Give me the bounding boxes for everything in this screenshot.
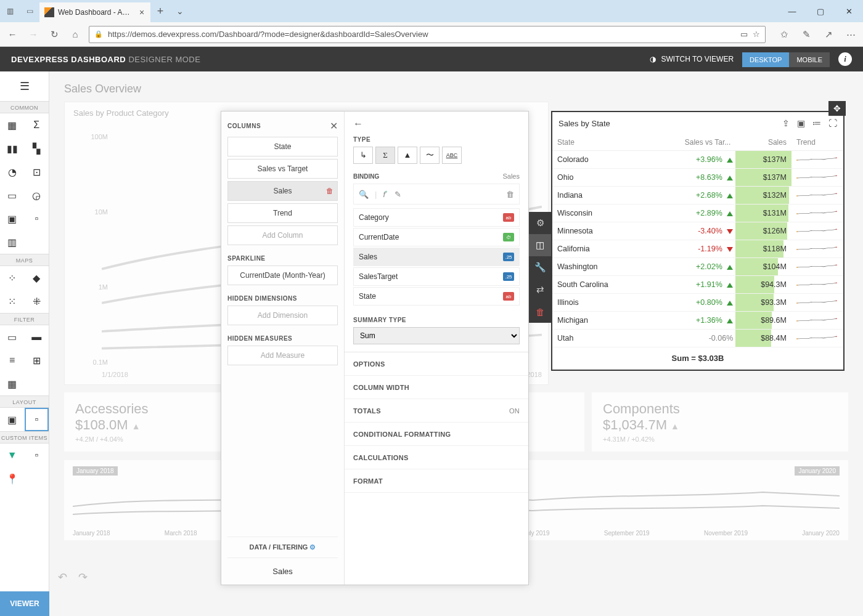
grid-header[interactable]: State <box>552 134 648 151</box>
list-filter-icon[interactable]: ≡ <box>0 349 25 372</box>
favorites-icon[interactable]: ✩ <box>777 27 791 42</box>
data-filtering-button[interactable]: DATA / FILTERING ⚙ <box>227 537 338 557</box>
settings-icon[interactable]: ⚙ <box>529 212 551 234</box>
accordion-item[interactable]: CONDITIONAL FORMATTING <box>345 423 528 446</box>
field-item[interactable]: Sales.25 <box>353 248 520 266</box>
bubble-map-icon[interactable]: ⁙ <box>0 290 25 313</box>
platform-toggle[interactable]: DESKTOPMOBILE <box>742 55 830 64</box>
accordion-item[interactable]: TOTALSON <box>345 399 528 423</box>
tree-filter-icon[interactable]: ⊞ <box>25 349 49 372</box>
pie-map-icon[interactable]: ⁜ <box>25 290 49 313</box>
favorite-icon[interactable]: ☆ <box>753 30 760 39</box>
nav-back-icon[interactable]: ← <box>5 27 20 42</box>
search-icon[interactable]: 🔍 <box>359 190 369 199</box>
panel-back-icon[interactable]: ← <box>345 111 528 136</box>
add-column-button[interactable]: Add Column <box>227 225 338 245</box>
column-item[interactable]: Sales vs Target <box>227 159 338 179</box>
date-filter-icon[interactable]: ▦ <box>0 372 25 395</box>
interactivity-icon[interactable]: 🔧 <box>529 256 551 278</box>
treemap-item-icon[interactable]: ▣ <box>0 207 25 230</box>
table-row[interactable]: Michigan+1.36% $89.6M <box>552 312 843 330</box>
grid-filter-icon[interactable]: ≔ <box>812 118 821 128</box>
table-row[interactable]: Washington+2.02% $104M <box>552 258 843 276</box>
table-row[interactable]: Ohio+8.63% $137M <box>552 169 843 187</box>
close-tab-icon[interactable]: × <box>137 7 147 17</box>
add-measure-button[interactable]: Add Measure <box>227 346 338 365</box>
geo-point-icon[interactable]: ⁘ <box>0 266 25 290</box>
online-map-icon[interactable]: ▫ <box>25 444 49 467</box>
redo-icon[interactable]: ↷ <box>78 570 88 584</box>
scatter-item-icon[interactable]: ▚ <box>25 137 49 160</box>
chart-item-icon[interactable]: ▮▮ <box>0 137 25 160</box>
notes-icon[interactable]: ✎ <box>799 27 814 42</box>
image-item-icon[interactable]: ▫ <box>25 207 49 230</box>
window-minimize-icon[interactable]: — <box>778 0 806 22</box>
datasource-label[interactable]: Sales <box>227 557 338 585</box>
accordion-item[interactable]: FORMAT <box>345 469 528 493</box>
grid-header[interactable]: Sales vs Tar... <box>648 134 735 151</box>
column-delete-icon[interactable]: 🗑 <box>326 187 333 195</box>
grid-inspect-icon[interactable]: ▣ <box>797 118 805 128</box>
accordion-item[interactable]: OPTIONS <box>345 352 528 376</box>
window-close-icon[interactable]: ✕ <box>835 0 863 22</box>
group-item-icon[interactable]: ▣ <box>0 408 25 431</box>
sales-by-state-grid[interactable]: ✥ Sales by State ⇪ ▣ ≔ ⛶ StateSales vs T… <box>551 111 845 371</box>
marker-item-icon[interactable]: 📍 <box>0 467 25 490</box>
panel-close-icon[interactable]: ✕ <box>330 120 338 132</box>
text-item-icon[interactable]: ▥ <box>0 230 25 254</box>
delete-icon[interactable]: 🗑 <box>506 190 514 199</box>
field-item[interactable]: SalesTarget.25 <box>353 267 520 286</box>
column-item[interactable]: State <box>227 137 338 156</box>
card-item-icon[interactable]: ▭ <box>0 184 25 207</box>
grid-maximize-icon[interactable]: ⛶ <box>828 118 837 128</box>
hamburger-icon[interactable]: ☰ <box>0 71 49 101</box>
pivot-item-icon[interactable]: Σ <box>25 113 49 137</box>
gauge-item-icon[interactable]: ⊡ <box>25 160 49 184</box>
nav-refresh-icon[interactable]: ↻ <box>47 27 62 42</box>
field-item[interactable]: Stateab <box>353 287 520 306</box>
remove-item-icon[interactable]: 🗑 <box>529 301 551 323</box>
mobile-toggle[interactable]: MOBILE <box>789 52 830 67</box>
grid-item-icon[interactable]: ▦ <box>0 113 25 137</box>
table-row[interactable]: Indiana+2.68% $132M <box>552 187 843 205</box>
more-icon[interactable]: ⋯ <box>843 27 858 42</box>
column-item[interactable]: Sales🗑 <box>227 181 338 201</box>
formula-add-icon[interactable]: f <box>383 190 388 199</box>
tab-groups-icon[interactable]: ▥ <box>0 0 20 22</box>
type-sparkline-icon[interactable]: 〜 <box>420 147 440 164</box>
grid-header[interactable]: Sales <box>735 134 791 151</box>
undo-icon[interactable]: ↶ <box>58 570 67 584</box>
type-dimension-icon[interactable]: ↳ <box>353 147 373 164</box>
tab-container-icon[interactable]: ▫ <box>25 408 49 431</box>
table-row[interactable]: South Carolina+1.91% $94.3M <box>552 276 843 294</box>
range-filter-icon[interactable]: ▭ <box>0 325 25 349</box>
choropleth-icon[interactable]: ◆ <box>25 266 49 290</box>
accordion-item[interactable]: CALCULATIONS <box>345 446 528 469</box>
type-delta-icon[interactable]: ▲ <box>398 147 417 164</box>
summary-type-select[interactable]: Sum <box>353 327 520 344</box>
address-bar[interactable]: 🔒 https://demos.devexpress.com/Dashboard… <box>89 26 766 43</box>
table-row[interactable]: Wisconsin+2.89% $131M <box>552 205 843 222</box>
speedometer-item-icon[interactable]: ◶ <box>25 184 49 207</box>
grid-header[interactable]: Trend <box>791 134 843 151</box>
edit-icon[interactable]: ✎ <box>395 190 401 199</box>
grid-export-icon[interactable]: ⇪ <box>782 118 790 128</box>
table-row[interactable]: Utah-0.06% $88.4M <box>552 330 843 347</box>
accordion-item[interactable]: COLUMN WIDTH <box>345 376 528 399</box>
table-row[interactable]: California-1.19% $118M <box>552 240 843 258</box>
combo-filter-icon[interactable]: ▬ <box>25 325 49 349</box>
table-row[interactable]: Minnesota-3.40% $126M <box>552 222 843 240</box>
sparkline-binding[interactable]: CurrentDate (Month-Year) <box>227 265 338 285</box>
type-measure-icon[interactable]: Σ <box>375 147 395 164</box>
type-hyperlink-icon[interactable]: ABC <box>442 147 462 164</box>
window-maximize-icon[interactable]: ▢ <box>806 0 835 22</box>
viewer-button[interactable]: VIEWER <box>0 591 49 616</box>
field-item[interactable]: CurrentDate⏱ <box>353 228 520 246</box>
convert-icon[interactable]: ⇄ <box>529 278 551 301</box>
switch-to-viewer-button[interactable]: ◑ SWITCH TO VIEWER <box>650 55 734 63</box>
bindings-icon[interactable]: ◫ <box>529 234 551 256</box>
share-icon[interactable]: ↗ <box>821 27 836 42</box>
kpi-card[interactable]: Components$1,034.7M ▲+4.31M / +0.42% <box>592 392 848 452</box>
desktop-toggle[interactable]: DESKTOP <box>742 52 789 67</box>
field-item[interactable]: Categoryab <box>353 208 520 227</box>
